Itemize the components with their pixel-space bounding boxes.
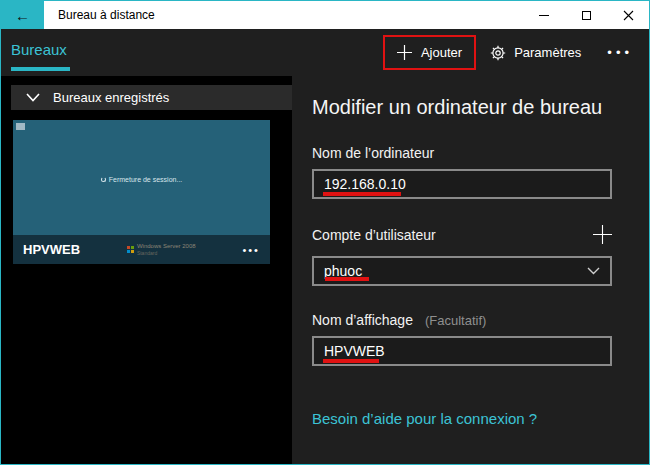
dropdown-chevron-icon bbox=[587, 267, 600, 275]
tab-bureaux-label: Bureaux bbox=[11, 41, 67, 58]
computer-name-field bbox=[312, 169, 612, 199]
page-title: Modifier un ordinateur de bureau bbox=[312, 96, 649, 119]
back-button[interactable]: ← bbox=[1, 1, 44, 29]
settings-button[interactable]: Paramètres bbox=[480, 45, 591, 61]
gear-icon bbox=[490, 45, 506, 61]
annotation-underline-display-name bbox=[323, 359, 379, 363]
toolbar-actions: Ajouter Paramètres ••• bbox=[383, 29, 649, 76]
more-button[interactable]: ••• bbox=[591, 45, 639, 60]
edit-desktop-panel: Modifier un ordinateur de bureau Nom de … bbox=[292, 76, 649, 464]
app-window: ← Bureau à distance Bureaux Ajo bbox=[0, 0, 650, 465]
tile-more-button[interactable]: ••• bbox=[242, 244, 260, 256]
saved-desktops-header[interactable]: Bureaux enregistrés bbox=[11, 85, 292, 110]
app-body: Bureaux Ajouter Paramètres ••• bbox=[1, 29, 649, 464]
back-arrow-icon: ← bbox=[15, 7, 30, 24]
desktop-preview: Fermeture de session... bbox=[13, 120, 270, 235]
mini-window-icon bbox=[16, 123, 25, 130]
windows-flag-icon bbox=[127, 246, 134, 253]
desktop-name: HPVWEB bbox=[23, 242, 80, 257]
add-desktop-label: Ajouter bbox=[421, 45, 462, 60]
close-icon bbox=[623, 10, 634, 21]
session-status: Fermeture de session... bbox=[13, 176, 270, 183]
user-account-dropdown[interactable]: phuoc bbox=[312, 256, 612, 286]
display-name-optional: (Facultatif) bbox=[425, 313, 486, 328]
display-name-label: Nom d’affichage bbox=[312, 312, 413, 328]
desktop-tile-bar: HPVWEB Windows Server 2008 Standard ••• bbox=[13, 235, 270, 264]
user-account-label: Compte d’utilisateur bbox=[312, 227, 436, 243]
add-account-plus-icon bbox=[593, 225, 612, 244]
add-account-button[interactable] bbox=[593, 225, 612, 244]
computer-name-label: Nom de l’ordinateur bbox=[312, 145, 649, 161]
os-name: Windows Server 2008 bbox=[137, 243, 196, 249]
toolbar: Bureaux Ajouter Paramètres ••• bbox=[1, 29, 649, 76]
spinner-icon bbox=[101, 177, 106, 182]
main-content: Bureaux enregistrés Fermeture de session… bbox=[1, 76, 649, 464]
user-account-row: Compte d’utilisateur bbox=[312, 225, 612, 244]
titlebar: ← Bureau à distance bbox=[1, 1, 649, 29]
windows-server-logo: Windows Server 2008 Standard bbox=[127, 243, 196, 257]
ellipsis-icon: ••• bbox=[607, 45, 633, 60]
os-edition: Standard bbox=[137, 250, 196, 257]
display-name-row: Nom d’affichage (Facultatif) bbox=[312, 312, 612, 328]
maximize-button[interactable] bbox=[565, 1, 607, 29]
annotation-underline-user-account bbox=[325, 277, 369, 281]
minimize-icon bbox=[539, 15, 549, 16]
plus-icon bbox=[397, 45, 412, 60]
session-status-text: Fermeture de session... bbox=[109, 176, 183, 183]
window-title: Bureau à distance bbox=[58, 8, 155, 22]
saved-desktops-label: Bureaux enregistrés bbox=[53, 90, 169, 105]
add-desktop-button[interactable]: Ajouter bbox=[383, 35, 476, 70]
close-button[interactable] bbox=[607, 1, 649, 29]
annotation-underline-computer-name bbox=[323, 192, 401, 196]
maximize-icon bbox=[582, 11, 591, 20]
tab-active-indicator bbox=[11, 67, 70, 71]
help-link[interactable]: Besoin d’aide pour la connexion ? bbox=[312, 410, 537, 427]
display-name-field bbox=[312, 336, 612, 366]
settings-label: Paramètres bbox=[514, 45, 581, 60]
chevron-down-icon bbox=[26, 93, 40, 102]
desktop-tile[interactable]: Fermeture de session... HPVWEB Windows S… bbox=[13, 120, 270, 264]
tab-bureaux[interactable]: Bureaux bbox=[11, 29, 67, 76]
minimize-button[interactable] bbox=[523, 1, 565, 29]
desktops-panel: Bureaux enregistrés Fermeture de session… bbox=[1, 76, 292, 464]
window-controls bbox=[523, 1, 649, 29]
